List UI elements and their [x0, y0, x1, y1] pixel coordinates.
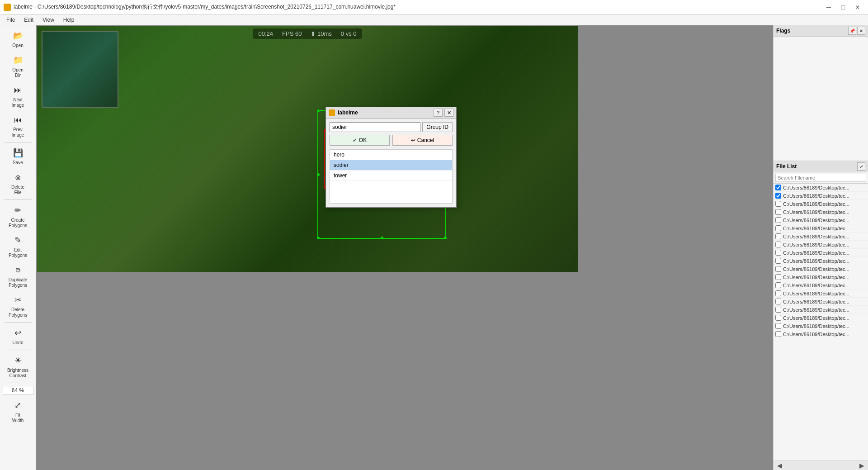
prev-image-label: PrevImage [12, 127, 24, 138]
flags-pin-button[interactable]: 📌 [848, 27, 856, 35]
file-checkbox-13[interactable] [775, 290, 781, 296]
file-item-14[interactable]: C:/Users/86189/Desktop/tec... [774, 298, 868, 306]
cancel-button[interactable]: ↩ Cancel [392, 135, 453, 146]
file-checkbox-5[interactable] [775, 225, 781, 231]
open-button[interactable]: 📂 Open [3, 27, 33, 51]
file-item-name-3: C:/Users/86189/Desktop/tec... [783, 209, 866, 215]
duplicate-polygons-button[interactable]: ⧉ DuplicatePolygons [3, 261, 33, 290]
group-id-button[interactable]: Group ID [422, 122, 453, 132]
save-button[interactable]: 💾 Save [3, 144, 33, 168]
minimize-button[interactable]: ─ [822, 2, 835, 12]
dialog-title-right: ? ✕ [434, 109, 453, 117]
filelist-prev-button[interactable]: ◀ [775, 462, 784, 469]
brightness-contrast-button[interactable]: ☀ BrightnessContrast [3, 352, 33, 381]
toolbar-divider-4 [5, 350, 32, 350]
file-checkbox-3[interactable] [775, 209, 781, 215]
file-checkbox-0[interactable] [775, 185, 781, 190]
file-item-7[interactable]: C:/Users/86189/Desktop/tec... [774, 241, 868, 249]
flags-title: Flags [776, 28, 790, 34]
file-item-17[interactable]: C:/Users/86189/Desktop/tec... [774, 322, 868, 330]
file-checkbox-7[interactable] [775, 242, 781, 247]
dialog-icon [329, 109, 335, 116]
file-item-11[interactable]: C:/Users/86189/Desktop/tec... [774, 273, 868, 281]
file-checkbox-9[interactable] [775, 258, 781, 264]
open-icon: 📂 [12, 29, 24, 42]
filelist-search-row [774, 172, 868, 184]
label-item-hero[interactable]: hero [330, 150, 452, 160]
file-item-15[interactable]: C:/Users/86189/Desktop/tec... [774, 306, 868, 314]
canvas-area[interactable]: 00:24 FPS 60 ⬆ 10ms 0 vs 0 [36, 25, 773, 470]
file-item-5[interactable]: C:/Users/86189/Desktop/tec... [774, 224, 868, 233]
duplicate-polygons-icon: ⧉ [12, 264, 24, 276]
filelist-nav: ◀ ▶ [774, 461, 868, 470]
dialog-help-button[interactable]: ? [434, 109, 443, 117]
toolbar-divider-5 [5, 383, 32, 383]
maximize-button[interactable]: □ [836, 2, 850, 12]
filelist-next-button[interactable]: ▶ [858, 462, 866, 469]
file-checkbox-2[interactable] [775, 201, 781, 207]
file-checkbox-15[interactable] [775, 307, 781, 313]
file-item-name-2: C:/Users/86189/Desktop/tec... [783, 201, 866, 207]
create-polygons-button[interactable]: ✏ CreatePolygons [3, 202, 33, 231]
file-checkbox-18[interactable] [775, 331, 781, 337]
flags-close-button[interactable]: ✕ [857, 27, 865, 35]
file-checkbox-8[interactable] [775, 250, 781, 256]
file-item-name-14: C:/Users/86189/Desktop/tec... [783, 299, 866, 304]
file-checkbox-16[interactable] [775, 315, 781, 321]
menu-file[interactable]: File [2, 16, 19, 24]
file-item-13[interactable]: C:/Users/86189/Desktop/tec... [774, 290, 868, 298]
file-item-8[interactable]: C:/Users/86189/Desktop/tec... [774, 249, 868, 257]
file-checkbox-14[interactable] [775, 299, 781, 304]
file-checkbox-6[interactable] [775, 233, 781, 239]
fit-width-label: FitWidth [12, 413, 24, 423]
file-item-6[interactable]: C:/Users/86189/Desktop/tec... [774, 233, 868, 241]
fit-width-button[interactable]: ⤢ FitWidth [3, 397, 33, 426]
label-item-sodier[interactable]: sodier [330, 160, 452, 171]
label-input[interactable] [330, 122, 420, 132]
ok-button[interactable]: ✓ OK [330, 135, 390, 146]
file-item-0[interactable]: C:/Users/86189/Desktop/tec... [774, 184, 868, 192]
file-checkbox-1[interactable] [775, 193, 781, 199]
file-item-10[interactable]: C:/Users/86189/Desktop/tec... [774, 265, 868, 273]
next-image-button[interactable]: ⏭ NextImage [3, 81, 33, 110]
next-image-icon: ⏭ [12, 84, 24, 96]
file-item-9[interactable]: C:/Users/86189/Desktop/tec... [774, 257, 868, 265]
file-item-12[interactable]: C:/Users/86189/Desktop/tec... [774, 281, 868, 290]
file-item-2[interactable]: C:/Users/86189/Desktop/tec... [774, 200, 868, 208]
menu-view[interactable]: View [38, 16, 59, 24]
filelist-header: File List ⤢ [774, 161, 868, 172]
menu-help[interactable]: Help [59, 16, 79, 24]
file-checkbox-12[interactable] [775, 282, 781, 288]
dialog-title-text: labelme [338, 109, 358, 116]
file-item-name-9: C:/Users/86189/Desktop/tec... [783, 258, 866, 264]
dialog-close-button[interactable]: ✕ [444, 109, 453, 117]
file-item-4[interactable]: C:/Users/86189/Desktop/tec... [774, 216, 868, 224]
dialog-title-left: labelme [329, 109, 358, 116]
filelist-expand-button[interactable]: ⤢ [857, 162, 865, 171]
file-item-name-0: C:/Users/86189/Desktop/tec... [783, 185, 866, 190]
menu-edit[interactable]: Edit [19, 16, 38, 24]
label-item-tower[interactable]: tower [330, 171, 452, 181]
file-item-3[interactable]: C:/Users/86189/Desktop/tec... [774, 208, 868, 216]
close-button[interactable]: ✕ [851, 2, 864, 12]
save-label: Save [13, 160, 23, 166]
file-item-16[interactable]: C:/Users/86189/Desktop/tec... [774, 314, 868, 322]
edit-polygons-button[interactable]: ✎ EditPolygons [3, 232, 33, 261]
open-dir-button[interactable]: 📁 OpenDir [3, 52, 33, 81]
search-filename-input[interactable] [775, 174, 866, 182]
edit-polygons-label: EditPolygons [9, 247, 27, 258]
flags-header-buttons: 📌 ✕ [848, 27, 865, 35]
prev-image-button[interactable]: ⏮ PrevImage [3, 111, 33, 140]
file-checkbox-17[interactable] [775, 323, 781, 329]
file-checkbox-10[interactable] [775, 266, 781, 272]
game-image: 00:24 FPS 60 ⬆ 10ms 0 vs 0 [37, 26, 578, 272]
toolbar-divider-3 [5, 322, 32, 323]
delete-file-button[interactable]: ⊗ DeleteFile [3, 169, 33, 198]
file-checkbox-11[interactable] [775, 274, 781, 280]
undo-button[interactable]: ↩ Undo [3, 324, 33, 348]
filelist-panel: File List ⤢ C:/Users/86189/Desktop/tec..… [774, 161, 868, 470]
delete-polygons-button[interactable]: ✂ DeletePolygons [3, 291, 33, 320]
file-item-1[interactable]: C:/Users/86189/Desktop/tec... [774, 192, 868, 200]
file-checkbox-4[interactable] [775, 217, 781, 223]
file-item-18[interactable]: C:/Users/86189/Desktop/tec... [774, 330, 868, 338]
